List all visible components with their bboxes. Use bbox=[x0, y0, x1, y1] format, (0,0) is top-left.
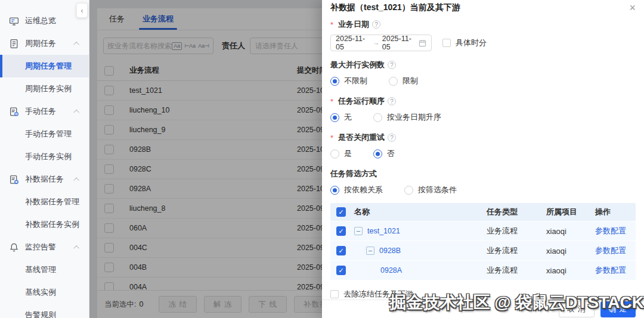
task-type: 业务流程 bbox=[487, 245, 546, 256]
chevron-up-icon bbox=[73, 41, 79, 47]
business-date-label: 业务日期 ? bbox=[330, 19, 636, 30]
chevron-left-icon: ‹ bbox=[81, 7, 83, 15]
radio-icon bbox=[373, 113, 382, 122]
radio-icon bbox=[330, 149, 339, 158]
column-task-name: 名称 bbox=[354, 207, 487, 217]
sidebar-item-manual-task-instance[interactable]: 手动任务实例 bbox=[0, 145, 89, 168]
task-checkbox[interactable] bbox=[336, 246, 346, 255]
task-name-link[interactable]: 0928A bbox=[380, 266, 402, 275]
task-type: 业务流程 bbox=[487, 226, 546, 236]
remove-frozen-checkbox[interactable]: 去除冻结任务及下游 bbox=[330, 289, 636, 300]
help-icon[interactable]: ? bbox=[372, 20, 380, 29]
column-project: 所属项目 bbox=[546, 207, 595, 217]
sidebar-item-ops-overview[interactable]: 运维总览 bbox=[0, 10, 89, 32]
task-table-body: test_1021 业务流程 xiaoqi 参数配置 0928B bbox=[330, 222, 636, 280]
sidebar-item-cycle-task-instance[interactable]: 周期任务实例 bbox=[0, 77, 89, 100]
sidebar-item-cycle-task-manage[interactable]: 周期任务管理 bbox=[0, 55, 89, 77]
radio-limited[interactable]: 限制 bbox=[389, 76, 418, 86]
task-project: xiaoqi bbox=[546, 247, 595, 255]
sidebar-group-manual-task[interactable]: 手动任务 bbox=[0, 100, 89, 123]
calendar-icon bbox=[419, 39, 426, 47]
radio-retry-yes[interactable]: 是 bbox=[330, 148, 352, 159]
task-type: 业务流程 bbox=[487, 265, 546, 276]
task-table-header: 名称 任务类型 所属项目 操作 bbox=[330, 203, 636, 221]
task-row: test_1021 业务流程 xiaoqi 参数配置 bbox=[330, 222, 636, 241]
arrow-right-icon: → bbox=[372, 39, 380, 47]
task-row: 0928B 业务流程 xiaoqi 参数配置 bbox=[330, 241, 636, 260]
sidebar-item-baseline-manage[interactable]: 基线管理 bbox=[0, 258, 89, 281]
drawer-footer: 取 消 确 定 bbox=[322, 300, 644, 318]
sidebar-item-baseline-instance[interactable]: 基线实例 bbox=[0, 281, 89, 304]
sidebar-group-cycle-task[interactable]: 周期任务 bbox=[0, 32, 89, 55]
confirm-button[interactable]: 确 定 bbox=[600, 301, 636, 317]
help-icon[interactable]: ? bbox=[388, 61, 396, 69]
drawer-body: 业务日期 ? 2025-11-05 → 2025-11-05 具体时分 最大并行… bbox=[322, 15, 644, 300]
param-config-link[interactable]: 参数配置 bbox=[595, 226, 630, 236]
close-icon[interactable]: × bbox=[629, 2, 636, 13]
param-config-link[interactable]: 参数配置 bbox=[595, 265, 630, 276]
task-checkbox[interactable] bbox=[336, 266, 346, 275]
chevron-up-icon bbox=[73, 177, 79, 183]
task-checkbox[interactable] bbox=[336, 226, 346, 236]
close-retry-label: 是否关闭重试 ? bbox=[330, 132, 636, 143]
sidebar-item-manual-task-manage[interactable]: 手动任务管理 bbox=[0, 123, 89, 145]
radio-icon bbox=[330, 186, 339, 195]
clipboard-icon bbox=[9, 107, 19, 117]
collapse-node-icon[interactable] bbox=[354, 227, 363, 235]
task-name-link[interactable]: test_1021 bbox=[367, 227, 400, 235]
radio-by-condition[interactable]: 按筛选条件 bbox=[404, 185, 457, 195]
task-project: xiaoqi bbox=[546, 266, 595, 275]
business-date-range-picker[interactable]: 2025-11-05 → 2025-11-05 bbox=[330, 35, 432, 51]
modal-mask[interactable] bbox=[89, 0, 322, 318]
task-project: xiaoqi bbox=[546, 227, 595, 236]
task-name-link[interactable]: 0928B bbox=[379, 247, 401, 255]
max-parallel-label: 最大并行实例数 ? bbox=[330, 60, 636, 70]
chevron-up-icon bbox=[73, 109, 79, 115]
radio-order-none[interactable]: 无 bbox=[330, 112, 352, 123]
task-row: 0928A 业务流程 xiaoqi 参数配置 bbox=[330, 261, 636, 280]
radio-icon bbox=[330, 77, 339, 86]
bell-icon bbox=[9, 242, 19, 252]
radio-icon bbox=[373, 149, 382, 158]
column-action: 操作 bbox=[595, 207, 630, 217]
help-icon[interactable]: ? bbox=[388, 97, 396, 105]
radio-icon bbox=[404, 186, 413, 195]
radio-icon bbox=[389, 77, 398, 86]
end-date: 2025-11-05 bbox=[382, 35, 416, 51]
sidebar-collapse-button[interactable]: ‹ bbox=[76, 3, 88, 18]
sidebar-group-monitor-alert[interactable]: 监控告警 bbox=[0, 236, 89, 258]
help-icon[interactable]: ? bbox=[388, 133, 396, 142]
filter-mode-label: 任务筛选方式 bbox=[330, 169, 636, 179]
chevron-up-icon bbox=[73, 245, 79, 251]
exact-time-checkbox[interactable]: 具体时分 bbox=[442, 38, 487, 48]
drawer-header: 补数据（test_1021）当前及其下游 × bbox=[322, 0, 644, 15]
column-task-type: 任务类型 bbox=[487, 207, 546, 217]
collapse-node-icon[interactable] bbox=[366, 247, 374, 255]
radio-retry-no[interactable]: 否 bbox=[373, 148, 395, 159]
radio-icon bbox=[330, 113, 339, 122]
select-all-tasks-checkbox[interactable] bbox=[336, 207, 346, 217]
sidebar-item-supplement-task-instance[interactable]: 补数据任务实例 bbox=[0, 213, 89, 236]
sidebar-group-supplement-task[interactable]: 补数据任务 bbox=[0, 168, 89, 191]
sidebar-item-supplement-task-manage[interactable]: 补数据任务管理 bbox=[0, 191, 89, 213]
clipboard-gear-icon bbox=[9, 174, 19, 185]
param-config-link[interactable]: 参数配置 bbox=[595, 245, 630, 256]
sidebar-item-alert-rules[interactable]: 告警规则 bbox=[0, 304, 89, 318]
start-date: 2025-11-05 bbox=[336, 35, 370, 51]
checkbox-icon bbox=[442, 39, 451, 47]
drawer-title: 补数据（test_1021）当前及其下游 bbox=[330, 2, 460, 13]
radio-order-asc[interactable]: 按业务日期升序 bbox=[373, 112, 441, 123]
supplement-data-drawer: 补数据（test_1021）当前及其下游 × 业务日期 ? 2025-11-05… bbox=[322, 0, 644, 318]
document-icon bbox=[9, 39, 19, 49]
cancel-button[interactable]: 取 消 bbox=[559, 301, 594, 317]
run-order-label: 任务运行顺序 ? bbox=[330, 96, 636, 107]
task-select-table: 名称 任务类型 所属项目 操作 test_1021 业务流程 bbox=[330, 203, 636, 280]
monitor-icon bbox=[9, 16, 19, 26]
radio-by-dependency[interactable]: 按依赖关系 bbox=[330, 185, 383, 195]
radio-unlimited[interactable]: 不限制 bbox=[330, 76, 367, 86]
checkbox-icon bbox=[330, 290, 339, 298]
sidebar: ‹ 运维总览 周期任务 周期任务管理 周期任务实例 手动任务 手动任 bbox=[0, 0, 89, 318]
